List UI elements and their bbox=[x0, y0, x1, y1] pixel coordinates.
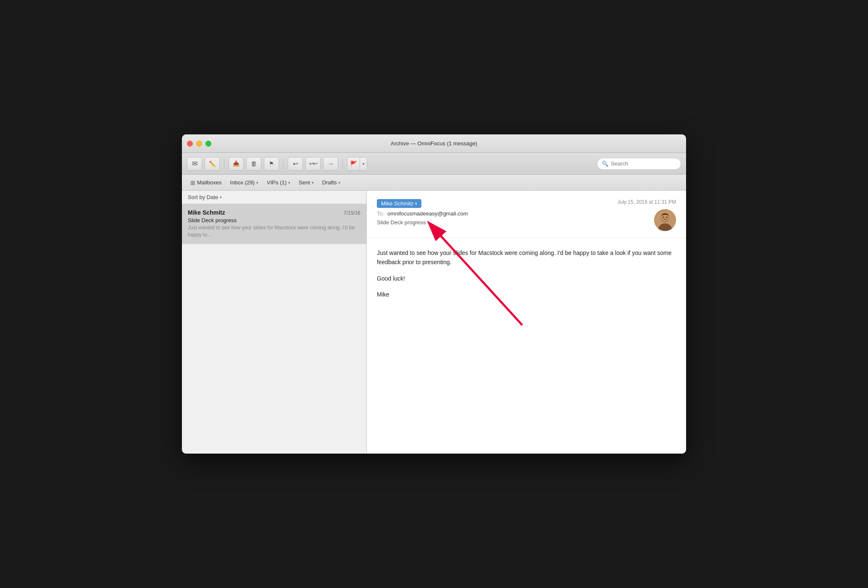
email-header-right: July 15, 2016 at 11:31 PM bbox=[618, 199, 676, 231]
email-body-paragraph-2: Good luck! bbox=[377, 274, 676, 283]
email-body-paragraph-3: Mike bbox=[377, 290, 676, 299]
message-item[interactable]: Mike Schmitz 7/15/16 Slide Deck progress… bbox=[182, 204, 366, 244]
forward-button[interactable]: → bbox=[323, 157, 338, 171]
reply-all-button[interactable]: ↩↩ bbox=[305, 157, 321, 171]
inbox-label: Inbox (29) bbox=[230, 179, 255, 186]
message-date: 7/15/16 bbox=[344, 210, 360, 216]
vips-chevron: ▾ bbox=[288, 181, 290, 185]
sender-name: Mike Schmitz bbox=[381, 200, 413, 207]
toolbar-separator-1 bbox=[224, 159, 224, 169]
search-box: 🔍 bbox=[597, 158, 681, 170]
vips-label: VIPs (1) bbox=[267, 179, 287, 186]
sent-label: Sent bbox=[299, 179, 310, 186]
navbar: ⊞ Mailboxes Inbox (29) ▾ VIPs (1) ▾ Sent… bbox=[182, 175, 686, 191]
email-subject-row: Slide Deck progress bbox=[377, 219, 618, 226]
mailboxes-label: Mailboxes bbox=[197, 179, 222, 186]
email-header-left: Mike Schmitz ▾ To: omnifocusmadeeasy@gma… bbox=[377, 199, 618, 226]
sender-chip-chevron: ▾ bbox=[415, 202, 417, 206]
svg-point-5 bbox=[666, 217, 668, 218]
message-subject: Slide Deck progress bbox=[188, 217, 360, 223]
email-subject: Slide Deck progress bbox=[377, 219, 426, 226]
message-list: Mike Schmitz 7/15/16 Slide Deck progress… bbox=[182, 204, 366, 454]
titlebar: Archive — OmniFocus (1 message) bbox=[182, 134, 686, 153]
email-from-row: Mike Schmitz ▾ bbox=[377, 199, 618, 208]
sidebar-icon: ⊞ bbox=[190, 179, 195, 186]
reply-button[interactable]: ↩ bbox=[288, 157, 303, 171]
svg-point-4 bbox=[663, 217, 664, 218]
new-message-button[interactable]: ✉ bbox=[187, 157, 202, 171]
inbox-chevron: ▾ bbox=[256, 181, 258, 185]
sort-label[interactable]: Sort by Date bbox=[188, 194, 218, 200]
close-button[interactable] bbox=[187, 141, 193, 147]
inbox-nav-item[interactable]: Inbox (29) ▾ bbox=[227, 178, 262, 187]
archive-button[interactable]: 📥 bbox=[229, 157, 244, 171]
email-pane: Mike Schmitz ▾ To: omnifocusmadeeasy@gma… bbox=[367, 191, 686, 454]
vips-nav-item[interactable]: VIPs (1) ▾ bbox=[263, 178, 294, 187]
sent-chevron: ▾ bbox=[312, 181, 314, 185]
email-to-address: omnifocusmadeeasy@gmail.com bbox=[387, 210, 468, 217]
avatar-svg bbox=[654, 209, 676, 231]
delete-button[interactable]: 🗑 bbox=[246, 157, 261, 171]
new-note-button[interactable]: ✏️ bbox=[205, 157, 220, 171]
maximize-button[interactable] bbox=[205, 141, 211, 147]
flag-button-group: 🚩 ▾ bbox=[347, 157, 367, 171]
flag-button[interactable]: 🚩 bbox=[347, 157, 360, 171]
mail-window: Archive — OmniFocus (1 message) ✉ ✏️ 📥 🗑… bbox=[182, 134, 686, 454]
search-input[interactable] bbox=[611, 160, 676, 167]
email-body: Just wanted to see how your slides for M… bbox=[367, 238, 686, 454]
toolbar-separator-2 bbox=[283, 159, 284, 169]
email-view: Mike Schmitz ▾ To: omnifocusmadeeasy@gma… bbox=[367, 191, 686, 454]
traffic-lights bbox=[187, 141, 211, 147]
message-sender: Mike Schmitz bbox=[188, 209, 225, 216]
email-body-paragraph-1: Just wanted to see how your slides for M… bbox=[377, 248, 676, 267]
email-to-label: To: bbox=[377, 210, 384, 217]
drafts-nav-item[interactable]: Drafts ▾ bbox=[319, 178, 344, 187]
message-preview: Just wanted to see how your slides for M… bbox=[188, 224, 360, 239]
sort-bar: Sort by Date ▾ bbox=[182, 191, 366, 204]
main-content: Sort by Date ▾ Mike Schmitz 7/15/16 Slid… bbox=[182, 191, 686, 454]
sort-chevron: ▾ bbox=[220, 195, 222, 200]
drafts-chevron: ▾ bbox=[338, 181, 340, 185]
toolbar: ✉ ✏️ 📥 🗑 ⚑ ↩ ↩↩ → 🚩 ▾ 🔍 bbox=[182, 153, 686, 175]
email-to-row: To: omnifocusmadeeasy@gmail.com bbox=[377, 210, 618, 217]
sent-nav-item[interactable]: Sent ▾ bbox=[295, 178, 317, 187]
email-header: Mike Schmitz ▾ To: omnifocusmadeeasy@gma… bbox=[367, 191, 686, 238]
email-timestamp: July 15, 2016 at 11:31 PM bbox=[618, 199, 676, 205]
toolbar-separator-3 bbox=[342, 159, 343, 169]
junk-button[interactable]: ⚑ bbox=[264, 157, 279, 171]
search-icon: 🔍 bbox=[602, 160, 608, 167]
window-title: Archive — OmniFocus (1 message) bbox=[391, 140, 477, 147]
avatar bbox=[654, 209, 676, 231]
message-item-header: Mike Schmitz 7/15/16 bbox=[188, 209, 360, 216]
message-list-panel: Sort by Date ▾ Mike Schmitz 7/15/16 Slid… bbox=[182, 191, 367, 454]
minimize-button[interactable] bbox=[196, 141, 202, 147]
sender-chip[interactable]: Mike Schmitz ▾ bbox=[377, 199, 421, 208]
mailboxes-nav[interactable]: ⊞ Mailboxes bbox=[187, 178, 225, 188]
flag-dropdown-button[interactable]: ▾ bbox=[360, 157, 367, 171]
drafts-label: Drafts bbox=[322, 179, 337, 186]
